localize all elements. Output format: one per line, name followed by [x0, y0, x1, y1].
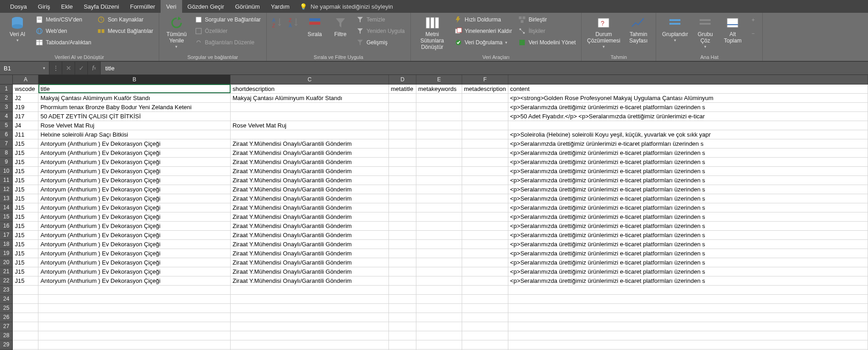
cell[interactable]: [508, 340, 868, 349]
tell-me-search[interactable]: 💡Ne yapmak istediğinizi söyleyin: [300, 0, 393, 13]
cell[interactable]: [389, 249, 416, 258]
cell[interactable]: [416, 230, 462, 239]
cell[interactable]: Ziraat Y.Mühendisi Onaylı/Garantili Gönd…: [231, 157, 389, 166]
cell[interactable]: [462, 322, 508, 331]
cell[interactable]: [231, 294, 389, 303]
menu-tab-sayfa düzeni[interactable]: Sayfa Düzeni: [78, 0, 124, 13]
cell[interactable]: Antoryum (Anthurium ) Ev Dekorasyon Çiçe…: [38, 249, 231, 258]
cell[interactable]: [389, 331, 416, 340]
cell[interactable]: [389, 267, 416, 276]
cell[interactable]: [231, 130, 389, 139]
cell[interactable]: [389, 322, 416, 331]
row-header[interactable]: 2: [0, 93, 13, 102]
from-table-range-button[interactable]: Tablodan/Aralıktan: [34, 37, 93, 48]
column-header[interactable]: D: [389, 75, 416, 84]
cell[interactable]: [38, 285, 231, 294]
cell[interactable]: [416, 221, 462, 230]
row-header[interactable]: 20: [0, 258, 13, 267]
sort-button[interactable]: Sırala: [303, 15, 326, 38]
cell[interactable]: Ziraat Y.Mühendisi Onaylı/Garantili Gönd…: [231, 148, 389, 157]
cell[interactable]: Antoryum (Anthurium ) Ev Dekorasyon Çiçe…: [38, 203, 231, 212]
cell[interactable]: [416, 194, 462, 203]
cell[interactable]: [416, 313, 462, 322]
refresh-all-button[interactable]: Tümünü Yenile: [163, 15, 190, 49]
cell[interactable]: J15: [13, 267, 38, 276]
cell[interactable]: [231, 340, 389, 349]
cell[interactable]: <p>Seralarımızda ürettiğimiz ürünlerimiz…: [508, 276, 868, 285]
cell[interactable]: [462, 340, 508, 349]
cell[interactable]: J15: [13, 166, 38, 175]
cell[interactable]: <p>Seralarımızda ürettiğimiz ürünlerimiz…: [508, 249, 868, 258]
cell[interactable]: <p>Seralarımızda ürettiğimiz ürünlerimiz…: [508, 194, 868, 203]
cell[interactable]: Antoryum (Anthurium ) Ev Dekorasyon Çiçe…: [38, 267, 231, 276]
column-header[interactable]: [508, 75, 868, 84]
row-header[interactable]: 4: [0, 111, 13, 121]
cell[interactable]: [462, 303, 508, 313]
advanced-filter-button[interactable]: Gelişmiş: [355, 37, 407, 48]
cell[interactable]: [462, 130, 508, 139]
cell[interactable]: J17: [13, 111, 38, 121]
cell[interactable]: [389, 121, 416, 130]
cell[interactable]: [389, 239, 416, 249]
cell[interactable]: [13, 313, 38, 322]
cell[interactable]: [231, 331, 389, 340]
cell[interactable]: <p>Seralarımzda ürettiğimiz ürünlerimizi…: [508, 139, 868, 148]
row-header[interactable]: 18: [0, 239, 13, 249]
row-header[interactable]: 22: [0, 276, 13, 285]
row-header[interactable]: 21: [0, 267, 13, 276]
get-data-button[interactable]: Veri Al: [4, 15, 31, 42]
cell[interactable]: [416, 121, 462, 130]
cell[interactable]: [416, 212, 462, 221]
cell[interactable]: J15: [13, 175, 38, 185]
cell[interactable]: shortdescription: [231, 84, 389, 93]
cell[interactable]: Ziraat Y.Mühendisi Onaylı/Garantili Gönd…: [231, 166, 389, 175]
cell[interactable]: [389, 157, 416, 166]
row-header[interactable]: 9: [0, 157, 13, 166]
cell[interactable]: wscode: [13, 84, 38, 93]
cell[interactable]: [389, 340, 416, 349]
cell[interactable]: [462, 185, 508, 194]
cell[interactable]: Antoryum (Anthurium ) Ev Dekorasyon Çiçe…: [38, 258, 231, 267]
cell[interactable]: [416, 203, 462, 212]
cell[interactable]: [416, 166, 462, 175]
cell[interactable]: Antoryum (Anthurium ) Ev Dekorasyon Çiçe…: [38, 148, 231, 157]
cell[interactable]: Ziraat Y.Mühendisi Onaylı/Garantili Gönd…: [231, 139, 389, 148]
cell[interactable]: [389, 285, 416, 294]
cell[interactable]: Antoryum (Anthurium ) Ev Dekorasyon Çiçe…: [38, 239, 231, 249]
cell[interactable]: [508, 322, 868, 331]
cell[interactable]: [416, 303, 462, 313]
whatif-analysis-button[interactable]: ? Durum Çözümlemesi: [585, 15, 622, 49]
cell[interactable]: J11: [13, 130, 38, 139]
column-header[interactable]: B: [38, 75, 231, 84]
menu-tab-veri[interactable]: Veri: [161, 0, 182, 13]
cell[interactable]: [389, 230, 416, 239]
group-rows-button[interactable]: Gruplandır: [660, 15, 690, 42]
cell[interactable]: Ziraat Y.Mühendisi Onaylı/Garantili Gönd…: [231, 258, 389, 267]
cell[interactable]: [13, 303, 38, 313]
cell[interactable]: [462, 175, 508, 185]
row-header[interactable]: 17: [0, 230, 13, 239]
row-header[interactable]: 8: [0, 148, 13, 157]
cell[interactable]: [462, 121, 508, 130]
cell[interactable]: Ziraat Y.Mühendisi Onaylı/Garantili Gönd…: [231, 203, 389, 212]
cell[interactable]: [231, 102, 389, 111]
ungroup-button[interactable]: Grubu Çöz: [693, 15, 717, 49]
cell[interactable]: [389, 185, 416, 194]
flash-fill-button[interactable]: Hızlı Doldurma: [453, 15, 514, 25]
cell[interactable]: [416, 185, 462, 194]
cell[interactable]: <p>Seralarımızda ürettiğimiz ürünlerimiz…: [508, 230, 868, 239]
menu-tab-dosya[interactable]: Dosya: [5, 0, 32, 13]
cell[interactable]: <p><strong>Golden Rose Profesyonel Makya…: [508, 93, 868, 102]
from-web-button[interactable]: Web'den: [34, 26, 93, 36]
cell[interactable]: [389, 166, 416, 175]
cell[interactable]: [38, 313, 231, 322]
cell[interactable]: [389, 111, 416, 121]
cell[interactable]: [38, 294, 231, 303]
cell[interactable]: [416, 340, 462, 349]
cell[interactable]: [389, 139, 416, 148]
column-header[interactable]: E: [416, 75, 462, 84]
row-header[interactable]: 25: [0, 303, 13, 313]
cell[interactable]: J15: [13, 139, 38, 148]
sort-desc-button[interactable]: ZA: [287, 15, 301, 32]
cell[interactable]: [416, 130, 462, 139]
